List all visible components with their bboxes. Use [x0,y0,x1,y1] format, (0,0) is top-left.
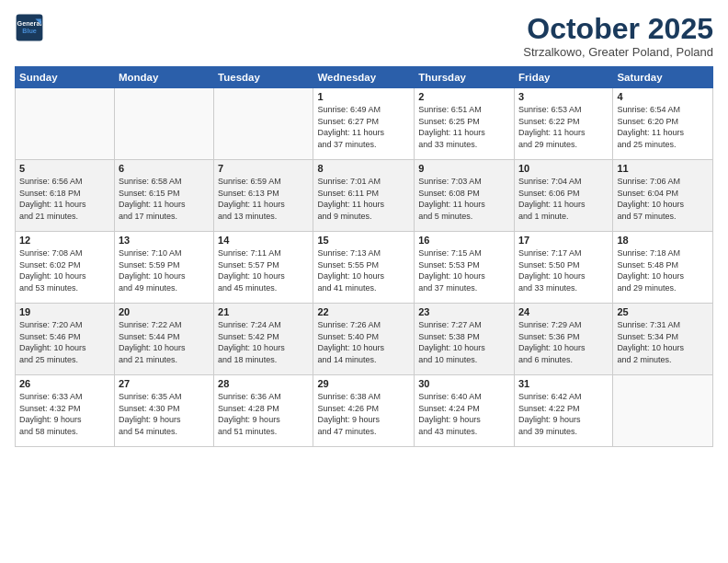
day-info: Sunrise: 6:58 AM Sunset: 6:15 PM Dayligh… [119,176,210,222]
col-sunday: Sunday [16,67,115,88]
day-info: Sunrise: 7:04 AM Sunset: 6:06 PM Dayligh… [518,176,609,222]
day-info: Sunrise: 7:13 AM Sunset: 5:55 PM Dayligh… [317,247,410,293]
table-row: 7Sunrise: 6:59 AM Sunset: 6:13 PM Daylig… [214,160,313,232]
table-row: 10Sunrise: 7:04 AM Sunset: 6:06 PM Dayli… [514,160,612,232]
day-number: 27 [119,378,210,389]
day-info: Sunrise: 7:26 AM Sunset: 5:40 PM Dayligh… [317,319,410,365]
calendar-table: Sunday Monday Tuesday Wednesday Thursday… [15,66,713,447]
day-info: Sunrise: 7:15 AM Sunset: 5:53 PM Dayligh… [418,247,510,293]
table-row: 12Sunrise: 7:08 AM Sunset: 6:02 PM Dayli… [16,232,115,304]
day-number: 22 [317,306,410,317]
day-info: Sunrise: 6:35 AM Sunset: 4:30 PM Dayligh… [119,391,210,437]
day-number: 9 [418,163,510,174]
day-number: 25 [617,306,709,317]
title-area: October 2025 Strzalkowo, Greater Poland,… [523,13,713,59]
table-row: 18Sunrise: 7:18 AM Sunset: 5:48 PM Dayli… [613,232,713,304]
table-row: 27Sunrise: 6:35 AM Sunset: 4:30 PM Dayli… [114,375,213,447]
day-info: Sunrise: 7:22 AM Sunset: 5:44 PM Dayligh… [119,319,210,365]
table-row: 17Sunrise: 7:17 AM Sunset: 5:50 PM Dayli… [514,232,612,304]
day-info: Sunrise: 7:29 AM Sunset: 5:36 PM Dayligh… [518,319,609,365]
calendar-header-row: Sunday Monday Tuesday Wednesday Thursday… [16,67,713,88]
table-row [16,88,115,160]
day-number: 8 [317,163,410,174]
day-number: 26 [19,378,110,389]
table-row [214,88,313,160]
table-row: 20Sunrise: 7:22 AM Sunset: 5:44 PM Dayli… [114,304,213,375]
table-row: 30Sunrise: 6:40 AM Sunset: 4:24 PM Dayli… [415,375,515,447]
page: General Blue October 2025 Strzalkowo, Gr… [0,0,728,563]
table-row [114,88,213,160]
day-number: 10 [518,163,609,174]
day-info: Sunrise: 7:03 AM Sunset: 6:08 PM Dayligh… [418,176,510,222]
table-row: 26Sunrise: 6:33 AM Sunset: 4:32 PM Dayli… [16,375,115,447]
day-number: 28 [218,378,309,389]
day-number: 19 [19,306,110,317]
day-number: 6 [119,163,210,174]
day-number: 20 [119,306,210,317]
col-monday: Monday [114,67,213,88]
day-info: Sunrise: 6:53 AM Sunset: 6:22 PM Dayligh… [518,104,609,150]
table-row: 29Sunrise: 6:38 AM Sunset: 4:26 PM Dayli… [313,375,415,447]
day-info: Sunrise: 7:24 AM Sunset: 5:42 PM Dayligh… [218,319,309,365]
day-info: Sunrise: 7:31 AM Sunset: 5:34 PM Dayligh… [617,319,709,365]
table-row: 1Sunrise: 6:49 AM Sunset: 6:27 PM Daylig… [313,88,415,160]
day-info: Sunrise: 7:20 AM Sunset: 5:46 PM Dayligh… [19,319,110,365]
table-row: 21Sunrise: 7:24 AM Sunset: 5:42 PM Dayli… [214,304,313,375]
table-row: 28Sunrise: 6:36 AM Sunset: 4:28 PM Dayli… [214,375,313,447]
day-number: 29 [317,378,410,389]
day-info: Sunrise: 6:49 AM Sunset: 6:27 PM Dayligh… [317,104,410,150]
day-number: 3 [518,91,609,102]
col-thursday: Thursday [415,67,515,88]
day-info: Sunrise: 6:33 AM Sunset: 4:32 PM Dayligh… [19,391,110,437]
day-number: 16 [418,235,510,246]
day-number: 1 [317,91,410,102]
day-number: 7 [218,163,309,174]
day-info: Sunrise: 6:56 AM Sunset: 6:18 PM Dayligh… [19,176,110,222]
subtitle: Strzalkowo, Greater Poland, Poland [523,45,713,59]
table-row: 23Sunrise: 7:27 AM Sunset: 5:38 PM Dayli… [415,304,515,375]
day-number: 17 [518,235,609,246]
day-info: Sunrise: 7:11 AM Sunset: 5:57 PM Dayligh… [218,247,309,293]
col-wednesday: Wednesday [313,67,415,88]
day-number: 2 [418,91,510,102]
day-info: Sunrise: 7:27 AM Sunset: 5:38 PM Dayligh… [418,319,510,365]
day-info: Sunrise: 6:36 AM Sunset: 4:28 PM Dayligh… [218,391,309,437]
table-row: 14Sunrise: 7:11 AM Sunset: 5:57 PM Dayli… [214,232,313,304]
month-title: October 2025 [523,13,713,45]
header: General Blue October 2025 Strzalkowo, Gr… [15,13,713,59]
day-number: 21 [218,306,309,317]
day-info: Sunrise: 6:40 AM Sunset: 4:24 PM Dayligh… [418,391,510,437]
day-info: Sunrise: 6:38 AM Sunset: 4:26 PM Dayligh… [317,391,410,437]
day-number: 5 [19,163,110,174]
table-row: 24Sunrise: 7:29 AM Sunset: 5:36 PM Dayli… [514,304,612,375]
table-row: 31Sunrise: 6:42 AM Sunset: 4:22 PM Dayli… [514,375,612,447]
table-row: 16Sunrise: 7:15 AM Sunset: 5:53 PM Dayli… [415,232,515,304]
svg-text:Blue: Blue [22,27,37,35]
day-number: 14 [218,235,309,246]
table-row: 25Sunrise: 7:31 AM Sunset: 5:34 PM Dayli… [613,304,713,375]
table-row: 3Sunrise: 6:53 AM Sunset: 6:22 PM Daylig… [514,88,612,160]
day-info: Sunrise: 6:54 AM Sunset: 6:20 PM Dayligh… [617,104,709,150]
table-row: 9Sunrise: 7:03 AM Sunset: 6:08 PM Daylig… [415,160,515,232]
day-info: Sunrise: 6:59 AM Sunset: 6:13 PM Dayligh… [218,176,309,222]
table-row [613,375,713,447]
day-number: 11 [617,163,709,174]
day-info: Sunrise: 7:17 AM Sunset: 5:50 PM Dayligh… [518,247,609,293]
day-number: 30 [418,378,510,389]
logo: General Blue [15,13,44,42]
day-info: Sunrise: 7:18 AM Sunset: 5:48 PM Dayligh… [617,247,709,293]
day-number: 18 [617,235,709,246]
table-row: 19Sunrise: 7:20 AM Sunset: 5:46 PM Dayli… [16,304,115,375]
day-info: Sunrise: 6:51 AM Sunset: 6:25 PM Dayligh… [418,104,510,150]
table-row: 8Sunrise: 7:01 AM Sunset: 6:11 PM Daylig… [313,160,415,232]
table-row: 2Sunrise: 6:51 AM Sunset: 6:25 PM Daylig… [415,88,515,160]
day-info: Sunrise: 7:08 AM Sunset: 6:02 PM Dayligh… [19,247,110,293]
table-row: 6Sunrise: 6:58 AM Sunset: 6:15 PM Daylig… [114,160,213,232]
day-info: Sunrise: 6:42 AM Sunset: 4:22 PM Dayligh… [518,391,609,437]
table-row: 15Sunrise: 7:13 AM Sunset: 5:55 PM Dayli… [313,232,415,304]
table-row: 11Sunrise: 7:06 AM Sunset: 6:04 PM Dayli… [613,160,713,232]
day-number: 24 [518,306,609,317]
day-info: Sunrise: 7:01 AM Sunset: 6:11 PM Dayligh… [317,176,410,222]
day-number: 31 [518,378,609,389]
logo-icon: General Blue [15,13,44,42]
